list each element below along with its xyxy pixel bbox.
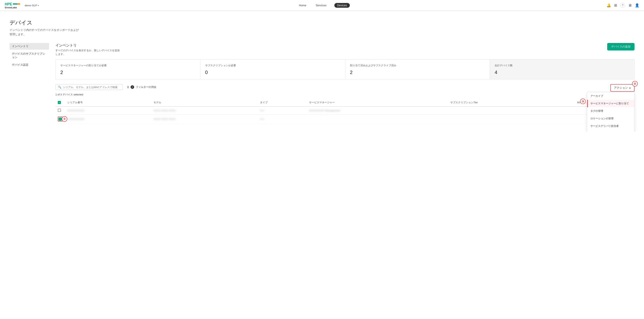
- section-desc-line2: します。: [56, 53, 66, 56]
- dropdown-item-location[interactable]: ロケーションの管理: [587, 115, 634, 122]
- actions-label: アクション: [614, 86, 628, 90]
- col-model: モデル: [151, 99, 258, 106]
- row-serial-1: XXXXXXXXXX: [65, 106, 151, 114]
- main-nav: Home Services Devices: [297, 3, 350, 8]
- stat-label-3: 合計デバイス数: [494, 64, 630, 68]
- stat-value-3: 4: [494, 70, 630, 75]
- sidebar-item-settings[interactable]: デバイス設定: [10, 62, 49, 68]
- sidebar: インベントリ デバイスのサブスクリプション デバイス設定: [10, 43, 49, 124]
- header: HPE GreenLake demo GLP ▾ Home Services D…: [0, 0, 644, 11]
- col-service-manager: サービスマネージャー: [307, 99, 448, 106]
- row-service-1: XXXXXXXXX Management: [307, 106, 448, 114]
- stat-card-1: サブスクリプションが必要 0: [200, 59, 345, 80]
- table-header-row: シリアル番号 モデル タイプ サービスマネージャー サブスクリプションTier …: [56, 99, 634, 106]
- stat-label-2: 割り当て済みおよびサブスクライブ済み: [350, 64, 485, 68]
- row-model-1: XXXX-XXXX-XXXX: [151, 106, 258, 114]
- logo-bar: [13, 3, 20, 4]
- sidebar-item-subscriptions[interactable]: デバイスのサブスクリプション: [10, 50, 49, 61]
- table-row: XXXXXXXXXX XXXX-XXXX-XXXX X-X XXXXXXXXX …: [56, 106, 634, 114]
- stat-card-2: 割り当て済みおよびサブスクライブ済み 2: [345, 59, 490, 80]
- demo-badge[interactable]: demo GLP ▾: [23, 3, 40, 8]
- section-title: インベントリ: [56, 43, 120, 48]
- page-desc-line1: インベントリ内のすべてのデバイスをオンボードおよび: [10, 28, 79, 32]
- screen-icon[interactable]: 🖥: [628, 3, 632, 8]
- dropdown-item-archive[interactable]: アーカイブ: [587, 92, 634, 100]
- row-subscription-2: [448, 114, 575, 124]
- sidebar-item-inventory[interactable]: インベントリ: [10, 43, 49, 50]
- section-header: インベントリ すべてのデバイスを表示するか、新しいデバイスを追加 します。 デバ…: [56, 43, 634, 56]
- stat-cards: サービスマネージャーの割り当てが必要 2 サブスクリプションが必要 0 割り当て…: [56, 59, 634, 80]
- nav-devices[interactable]: Devices: [334, 3, 350, 8]
- actions-button[interactable]: アクション ∨: [610, 84, 634, 92]
- row-type-2: X-X: [258, 114, 307, 124]
- add-device-button[interactable]: デバイスの追加: [607, 43, 634, 50]
- actions-chevron-icon: ∨: [629, 86, 631, 90]
- dropdown-item-delivery[interactable]: サービスデリバリ担当者: [587, 122, 634, 130]
- section-desc: すべてのデバイスを表示するか、新しいデバイスを追加 します。: [56, 48, 120, 56]
- row-service-2: [307, 114, 448, 124]
- nav-home[interactable]: Home: [297, 3, 308, 8]
- row-serial-2: XXXXXXXXXX: [65, 114, 151, 124]
- stat-label-1: サブスクリプションが必要: [205, 64, 340, 68]
- annotation-1: ①: [62, 116, 67, 122]
- logo-greenlake: GreenLake: [5, 6, 20, 9]
- dropdown-item-tags[interactable]: タグの管理: [587, 107, 634, 115]
- actions-dropdown: ③ アーカイブ サービスマネージャーに割り当て タグの管理 ロケーションの管理 …: [587, 92, 634, 132]
- page-description: インベントリ内のすべてのデバイスをオンボードおよび 管理します。: [10, 28, 634, 36]
- logo: HPE GreenLake: [5, 2, 20, 9]
- selected-count: 1 of 3 デバイス selected: [56, 93, 634, 96]
- row-checkbox-1[interactable]: [58, 109, 61, 112]
- annotation-2: ②: [632, 81, 638, 86]
- row-type-1: X-X: [258, 106, 307, 114]
- user-icon[interactable]: 👤: [635, 3, 639, 8]
- search-wrapper: 🔍: [56, 84, 123, 90]
- nav-services[interactable]: Services: [314, 3, 328, 8]
- device-table: シリアル番号 モデル タイプ サービスマネージャー サブスクリプションTier …: [56, 99, 634, 124]
- filter-button[interactable]: ⊻ 2 フィルターの消去: [125, 84, 158, 90]
- page-title: デバイス: [10, 19, 634, 26]
- row-subscription-1: [448, 106, 575, 114]
- filter-badge: 2: [130, 85, 134, 89]
- actions-container: アクション ∨ ③ アーカイブ サービスマネージャーに割り当て タグの管理 ロケ…: [610, 84, 634, 92]
- search-icon: 🔍: [58, 86, 61, 89]
- col-checkbox: [56, 99, 65, 106]
- dropdown-item-export[interactable]: エクスポート: [587, 130, 634, 132]
- stat-card-3: 合計デバイス数 4: [490, 59, 635, 80]
- table-row: XXXXXXXXXX XXXX-XXXX-XXXX X-X: [56, 114, 634, 124]
- main-area: インベントリ すべてのデバイスを表示するか、新しいデバイスを追加 します。 デバ…: [56, 43, 634, 124]
- question-icon[interactable]: ?: [620, 3, 625, 8]
- section-title-area: インベントリ すべてのデバイスを表示するか、新しいデバイスを追加 します。: [56, 43, 120, 56]
- filter-icon: ⊻: [127, 86, 129, 89]
- header-right: 🔔 ⊞ ? 🖥 👤: [606, 3, 639, 8]
- row-checkbox-2[interactable]: [58, 118, 62, 121]
- header-left: HPE GreenLake demo GLP ▾: [5, 2, 40, 9]
- main-layout: インベントリ デバイスのサブスクリプション デバイス設定 インベントリ すべての…: [10, 43, 634, 124]
- demo-label: demo GLP: [25, 4, 37, 7]
- table-container: ① シリアル番号 モデル タイプ サービスマネージャー: [56, 99, 634, 124]
- stat-value-2: 2: [350, 70, 485, 75]
- search-input[interactable]: [63, 86, 120, 89]
- row-model-2: XXXX-XXXX-XXXX: [151, 114, 258, 124]
- col-subscription: サブスクリプションTier: [448, 99, 575, 106]
- col-type: タイプ: [258, 99, 307, 106]
- stat-card-0: サービスマネージャーの割り当てが必要 2: [56, 59, 200, 80]
- filter-clear-label: フィルターの消去: [136, 85, 156, 89]
- stat-value-1: 0: [205, 70, 340, 75]
- chevron-down-icon: ▾: [38, 4, 39, 6]
- stat-label-0: サービスマネージャーの割り当てが必要: [60, 64, 196, 68]
- row-checkbox-cell-1: [56, 106, 65, 114]
- dropdown-item-assign[interactable]: サービスマネージャーに割り当て: [587, 100, 634, 107]
- section-desc-line1: すべてのデバイスを表示するか、新しいデバイスを追加: [56, 49, 120, 52]
- select-all-checkbox[interactable]: [58, 101, 61, 104]
- col-serial: シリアル番号: [65, 99, 151, 106]
- search-filter-bar: 🔍 ⊻ 2 フィルターの消去: [56, 84, 158, 90]
- grid-icon[interactable]: ⊞: [614, 3, 617, 8]
- stat-value-0: 2: [60, 70, 196, 75]
- bell-icon[interactable]: 🔔: [606, 3, 611, 8]
- logo-hpe-text: HPE: [5, 2, 12, 6]
- page-desc-line2: 管理します。: [10, 33, 26, 36]
- page-content: デバイス インベントリ内のすべてのデバイスをオンボードおよび 管理します。 イン…: [0, 11, 644, 132]
- logo-wrapper: HPE GreenLake: [5, 2, 20, 9]
